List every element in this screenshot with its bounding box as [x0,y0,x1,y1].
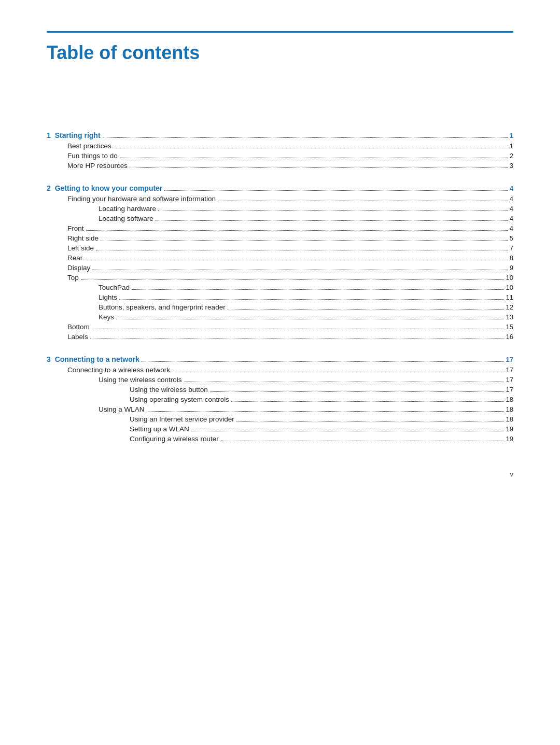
toc-item-label: Best practices [67,142,111,150]
toc-item-page: 10 [506,284,513,291]
toc-item-row: Fun things to do2 [47,152,513,160]
toc-item-label: Locating software [99,215,153,222]
chapter-number: 2 [47,184,51,192]
toc-item-page: 10 [506,274,513,282]
toc-chapter-section: 2 Getting to know your computer4Finding … [47,184,513,341]
toc-item-label: Using a WLAN [99,405,145,413]
toc-item-label: Keys [99,313,114,321]
toc-dots [172,372,503,372]
toc-item-page: 4 [510,195,513,203]
toc-item-page: 13 [506,313,513,321]
toc-dots [147,411,504,412]
toc-item-row: Using a WLAN18 [47,405,513,413]
toc-chapter-section: 1 Starting right1Best practices1Fun thin… [47,131,513,170]
toc-dots [114,148,508,148]
toc-item-row: Front4 [47,224,513,232]
toc-item-page: 5 [510,234,513,242]
toc-dots [96,250,508,250]
toc-item-page: 4 [510,224,513,232]
toc-item-row: Right side5 [47,234,513,242]
toc-item-label: Using operating system controls [130,396,229,403]
toc-item-row: Display9 [47,264,513,272]
toc-item-row: Using the wireless controls17 [47,376,513,384]
page-title: Table of contents [47,42,513,64]
toc-item-page: 9 [510,264,513,272]
toc-item-row: Connecting to a wireless network17 [47,366,513,374]
toc-item-row: Locating hardware4 [47,205,513,213]
toc-dots [92,329,504,329]
toc-dots [231,401,503,402]
toc-item-page: 4 [510,205,513,213]
chapter-page: 17 [506,356,513,363]
toc-item-page: 3 [510,162,513,170]
toc-dots [221,441,504,441]
chapter-number: 3 [47,355,51,363]
page: Table of contents 1 Starting right1Best … [0,0,560,499]
toc-item-page: 11 [506,293,513,301]
toc-item-label: More HP resources [67,162,128,170]
toc-item-label: Display [67,264,90,272]
toc-item-label: Fun things to do [67,152,118,160]
toc-item-row: TouchPad10 [47,284,513,291]
toc-item-label: Locating hardware [99,205,156,213]
toc-item-page: 16 [506,333,513,341]
toc-item-row: Using an Internet service provider18 [47,415,513,423]
toc-item-label: TouchPad [99,284,130,291]
toc-dots [191,431,504,431]
toc-item-row: Top10 [47,274,513,282]
toc-item-row: Bottom15 [47,323,513,331]
toc-item-page: 17 [506,376,513,384]
toc-dots [90,339,504,339]
toc-item-page: 18 [506,396,513,403]
toc-item-label: Bottom [67,323,90,331]
toc-item-row: Setting up a WLAN19 [47,425,513,433]
toc-item-row: Locating software4 [47,215,513,222]
toc-dots [164,190,507,191]
toc-chapter-section: 3 Connecting to a network17Connecting to… [47,355,513,443]
toc-container: 1 Starting right1Best practices1Fun thin… [47,131,513,443]
toc-item-row: Rear8 [47,254,513,262]
page-footer: v [510,470,514,478]
toc-item-row: Configuring a wireless router19 [47,435,513,443]
toc-dots [184,382,504,382]
toc-dots [119,299,504,300]
toc-item-row: Labels16 [47,333,513,341]
toc-item-page: 4 [510,215,513,222]
toc-dots [120,158,508,158]
toc-item-page: 12 [506,303,513,311]
toc-item-page: 1 [510,142,513,150]
toc-item-row: Keys13 [47,313,513,321]
toc-item-label: Labels [67,333,88,341]
toc-dots [85,260,508,260]
toc-dots [86,230,508,231]
toc-item-label: Top [67,274,79,282]
toc-item-row: Best practices1 [47,142,513,150]
toc-dots [236,421,504,421]
chapter-label: Getting to know your computer [55,184,163,192]
chapter-number: 1 [47,131,51,139]
toc-chapter-row: 3 Connecting to a network17 [47,355,513,363]
toc-item-page: 19 [506,435,513,443]
toc-item-row: Finding your hardware and software infor… [47,195,513,203]
toc-dots [81,279,504,280]
toc-item-label: Right side [67,234,99,242]
toc-item-page: 19 [506,425,513,433]
toc-item-page: 15 [506,323,513,331]
toc-item-page: 7 [510,244,513,252]
toc-item-label: Using the wireless button [130,386,208,393]
toc-item-label: Using the wireless controls [99,376,182,384]
toc-dots [130,167,508,168]
toc-chapter-row: 2 Getting to know your computer4 [47,184,513,192]
toc-dots [92,270,508,270]
chapter-page: 1 [510,132,513,139]
toc-item-label: Configuring a wireless router [130,435,219,443]
top-border [47,31,513,33]
toc-item-page: 18 [506,405,513,413]
toc-dots [103,137,508,138]
toc-item-row: Left side7 [47,244,513,252]
toc-item-label: Connecting to a wireless network [67,366,170,374]
toc-dots [218,201,508,201]
toc-item-label: Lights [99,293,117,301]
toc-item-page: 2 [510,152,513,160]
chapter-label: Connecting to a network [55,355,139,363]
